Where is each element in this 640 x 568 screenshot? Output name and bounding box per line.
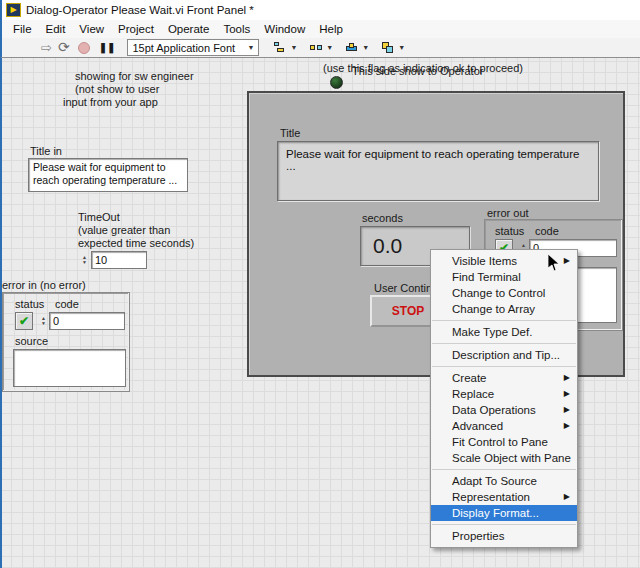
menu-operate[interactable]: Operate — [161, 21, 217, 37]
chevron-down-icon: ▼ — [362, 44, 369, 51]
ctx-advanced[interactable]: Advanced▶ — [431, 418, 577, 434]
distribute-objects-dropdown[interactable]: ▼ — [307, 40, 335, 55]
ctx-properties[interactable]: Properties — [431, 528, 577, 544]
dialog-title-display[interactable]: Please wait for equipment to reach opera… — [277, 141, 599, 201]
menu-file[interactable]: File — [6, 21, 39, 37]
input-note-label: input from your app — [63, 96, 158, 109]
chevron-down-icon: ▼ — [290, 44, 297, 51]
title-in-input[interactable]: Please wait for equipment to reach opera… — [28, 158, 188, 192]
error-out-code-label: code — [535, 225, 559, 237]
timeout-spinner[interactable]: ▲▼ — [80, 251, 89, 269]
context-menu: Visible Items▶ Find Terminal Change to C… — [430, 249, 578, 548]
ctx-description-and-tip[interactable]: Description and Tip... — [431, 347, 577, 363]
menu-bar: File Edit View Project Operate Tools Win… — [0, 20, 640, 38]
error-in-label: error in (no error) — [2, 279, 86, 292]
menu-tools[interactable]: Tools — [216, 21, 257, 37]
font-selector-dropdown[interactable]: 15pt Application Font ▼ — [127, 39, 259, 56]
ctx-create[interactable]: Create▶ — [431, 370, 577, 386]
align-objects-icon — [273, 41, 288, 54]
ctx-change-to-array[interactable]: Change to Array — [431, 301, 577, 317]
submenu-arrow-icon: ▶ — [564, 402, 570, 418]
error-in-code-input[interactable]: 0 — [49, 312, 125, 330]
menu-separator — [432, 366, 576, 367]
proceed-led-indicator[interactable] — [330, 76, 343, 89]
ctx-make-type-def[interactable]: Make Type Def. — [431, 324, 577, 340]
timeout-label: TimeOut (value greater than expected tim… — [78, 211, 194, 250]
pause-button-icon[interactable]: ❚❚ — [99, 42, 116, 53]
ctx-fit-control-to-pane[interactable]: Fit Control to Pane — [431, 434, 577, 450]
align-objects-dropdown[interactable]: ▼ — [271, 40, 299, 55]
labview-app-icon: ▶ — [6, 3, 21, 17]
menu-project[interactable]: Project — [111, 21, 161, 37]
chevron-down-icon: ▼ — [326, 44, 333, 51]
error-out-label: error out — [487, 207, 529, 219]
ctx-change-to-control[interactable]: Change to Control — [431, 285, 577, 301]
submenu-arrow-icon: ▶ — [564, 489, 570, 505]
error-in-source-input[interactable] — [13, 349, 126, 387]
run-button-icon[interactable]: ⇨ — [41, 39, 52, 56]
ctx-display-format[interactable]: Display Format... — [431, 505, 577, 521]
ctx-replace[interactable]: Replace▶ — [431, 386, 577, 402]
menu-view[interactable]: View — [72, 21, 111, 37]
resize-objects-icon — [345, 41, 360, 54]
submenu-arrow-icon: ▶ — [564, 386, 570, 402]
run-continuous-icon[interactable]: ⟳ — [58, 39, 70, 56]
menu-help[interactable]: Help — [312, 21, 350, 37]
ctx-scale-object-with-pane[interactable]: Scale Object with Pane — [431, 450, 577, 466]
error-in-source-label: source — [15, 335, 48, 347]
chevron-down-icon: ▼ — [398, 44, 405, 51]
reorder-objects-icon — [381, 41, 396, 54]
error-out-status-label: status — [495, 225, 524, 237]
chevron-down-icon: ▼ — [247, 44, 254, 51]
submenu-arrow-icon: ▶ — [564, 370, 570, 386]
labview-window: ▶ Dialog-Operator Please Wait.vi Front P… — [0, 0, 640, 568]
menu-separator — [432, 320, 576, 321]
engineer-note-label: showing for sw engineer (not show to use… — [75, 70, 194, 96]
menu-separator — [432, 343, 576, 344]
operator-note-label: This side show to Operator — [352, 65, 483, 78]
distribute-objects-icon — [309, 41, 324, 54]
timeout-input[interactable]: 10 — [91, 251, 147, 269]
error-in-status-label: status — [15, 298, 44, 310]
seconds-label: seconds — [362, 212, 403, 224]
mouse-cursor-icon — [548, 254, 560, 272]
resize-objects-dropdown[interactable]: ▼ — [343, 40, 371, 55]
menu-separator — [432, 469, 576, 470]
toolbar: ⇨ ⟳ ❚❚ 15pt Application Font ▼ ▼ ▼ ▼ — [0, 38, 640, 58]
dialog-title-label: Title — [280, 127, 300, 139]
submenu-arrow-icon: ▶ — [564, 418, 570, 434]
error-in-status-check-icon[interactable]: ✔ — [15, 312, 33, 330]
error-in-cluster: status code ✔ ▲▼ 0 source — [2, 292, 130, 392]
abort-button-icon[interactable] — [78, 42, 90, 54]
ctx-representation[interactable]: Representation▶ — [431, 489, 577, 505]
ctx-data-operations[interactable]: Data Operations▶ — [431, 402, 577, 418]
menu-window[interactable]: Window — [257, 21, 312, 37]
font-selector-label: 15pt Application Font — [132, 42, 235, 54]
submenu-arrow-icon: ▶ — [564, 253, 570, 269]
title-in-label: Title in — [30, 145, 62, 158]
window-title: Dialog-Operator Please Wait.vi Front Pan… — [26, 4, 254, 16]
error-in-code-label: code — [55, 298, 79, 310]
reorder-objects-dropdown[interactable]: ▼ — [379, 40, 407, 55]
ctx-adapt-to-source[interactable]: Adapt To Source — [431, 473, 577, 489]
title-bar: ▶ Dialog-Operator Please Wait.vi Front P… — [0, 0, 640, 20]
error-in-code-spinner[interactable]: ▲▼ — [39, 312, 48, 330]
menu-separator — [432, 524, 576, 525]
front-panel: showing for sw engineer (not show to use… — [0, 58, 640, 568]
menu-edit[interactable]: Edit — [39, 21, 73, 37]
